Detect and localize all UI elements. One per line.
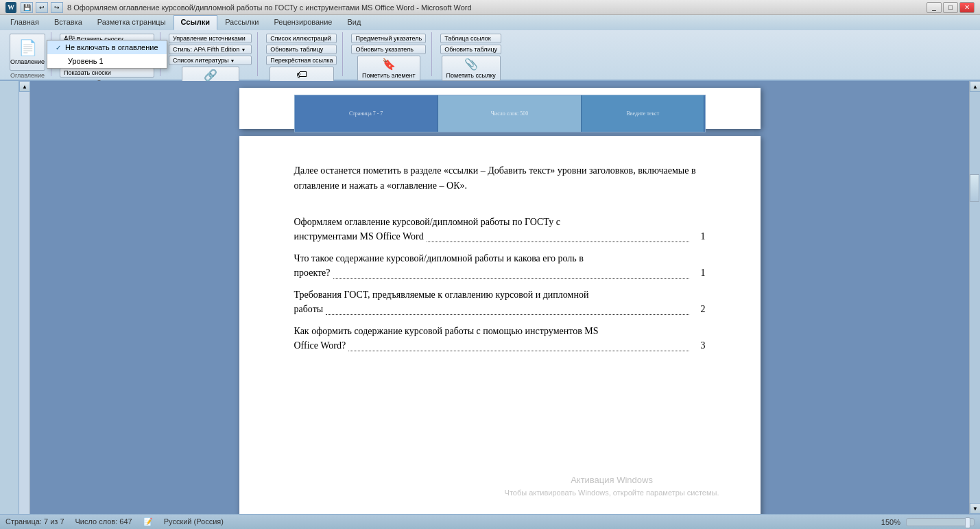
header-seg-1: Страница 7 - 7 xyxy=(295,95,438,132)
toc-text-3b: работы xyxy=(294,302,324,316)
document-pages[interactable]: Страница 7 - 7 Число слов: 500 Введите т… xyxy=(30,81,969,514)
zoom-slider[interactable] xyxy=(906,518,975,526)
document-area: ▲ Страница 7 - 7 Число слов: 500 Введите… xyxy=(0,81,980,514)
tab-vid[interactable]: Вид xyxy=(339,15,368,30)
page-info: Страница: 7 из 7 xyxy=(5,517,64,526)
toc-dots-2 xyxy=(333,263,689,279)
upravlenie-label: Управление источниками xyxy=(173,35,246,42)
perekr-label: Перекрёстная ссылка xyxy=(270,57,333,64)
minimize-btn[interactable]: _ xyxy=(927,2,942,13)
spell-icon: 📝 xyxy=(143,517,153,526)
dropdown-item-ne-vkl[interactable]: ✓ Не включать в оглавление xyxy=(47,40,167,54)
ribbon-tabs: Главная Вставка Разметка страницы Ссылки… xyxy=(0,15,980,30)
tab-rassylki[interactable]: Рассылки xyxy=(217,15,266,30)
pokazat-snoski-btn[interactable]: Показать сноски xyxy=(60,68,154,78)
status-bar: Страница: 7 из 7 Число слов: 647 📝 Русск… xyxy=(0,514,980,529)
ssylki-buttons: Управление источниками Стиль: APA Fifth … xyxy=(169,34,252,65)
header-seg-3: Введите текст xyxy=(582,95,704,132)
scroll-up-right-btn[interactable]: ▲ xyxy=(970,81,980,92)
toc-page-3: 2 xyxy=(692,302,706,316)
zoom-level: 150% xyxy=(881,518,900,526)
toc-entry-1: Оформляем оглавление курсовой/дипломной … xyxy=(294,215,706,244)
oglavlenie-icon: 📄 xyxy=(19,39,37,57)
pometit-ssylku-btn[interactable]: 📎 Пометить ссылку xyxy=(442,56,501,81)
close-btn[interactable]: ✕ xyxy=(959,2,975,13)
toc-entry-3: Требования ГОСТ, предъявляемые к оглавле… xyxy=(294,287,706,317)
status-left: Страница: 7 из 7 Число слов: 647 📝 Русск… xyxy=(5,517,224,526)
header-seg-2: Число слов: 500 xyxy=(438,95,582,132)
toc-page-1: 1 xyxy=(692,229,706,244)
tab-razmetka[interactable]: Разметка страницы xyxy=(90,15,174,30)
dropdown-item-level1[interactable]: Уровень 1 xyxy=(47,54,167,68)
redo-btn[interactable]: ↪ xyxy=(51,2,63,13)
window-title: 8 Оформляем оглавление курсовой/дипломно… xyxy=(67,3,472,12)
spisok-lit-label: Список литературы xyxy=(173,57,229,64)
right-scrollbar[interactable]: ▲ ▼ xyxy=(969,81,980,514)
stil-chevron-icon: ▼ xyxy=(241,47,246,52)
stil-btn[interactable]: Стиль: APA Fifth Edition ▼ xyxy=(169,45,252,54)
oglavlenie-label: Оглавление xyxy=(10,58,45,65)
toc-dots-4 xyxy=(348,336,689,351)
tab-recenz[interactable]: Рецензирование xyxy=(267,15,340,30)
scroll-up-btn[interactable]: ▲ xyxy=(19,81,30,92)
obnovit-ukazatel-label: Обновить указатель xyxy=(355,46,413,53)
toc-text-2b: проекте? xyxy=(294,266,331,280)
tab-glavnaya[interactable]: Главная xyxy=(3,15,47,30)
stil-label: Стиль: APA Fifth Edition xyxy=(173,46,239,53)
nazvanie-buttons: Список иллюстраций Обновить таблицу Пере… xyxy=(266,34,337,65)
tabl-ssylok-btn[interactable]: Таблица ссылок xyxy=(440,34,501,43)
obnovit-tabl-label: Обновить таблицу xyxy=(270,46,323,53)
illust-label: Список иллюстраций xyxy=(270,35,331,42)
group-tabl-ssylok: Таблица ссылок Обновить таблицу 📎 Помети… xyxy=(435,32,507,76)
toc-text-1b: инструментами MS Office Word xyxy=(294,229,424,244)
pokazat-label: Показать сноски xyxy=(64,69,111,76)
undo-btn[interactable]: ↩ xyxy=(36,2,48,13)
toc-page-4: 3 xyxy=(692,338,706,353)
obnovit-tabl2-btn[interactable]: Обновить таблицу xyxy=(440,45,501,54)
pometit-ssylku-wrapper: 📎 Пометить ссылку xyxy=(442,56,501,81)
table-of-contents: Оформляем оглавление курсовой/дипломной … xyxy=(294,215,706,353)
oglavlenie-buttons: 📄 Оглавление xyxy=(10,34,45,71)
predm-label: Предметный указатель xyxy=(355,35,422,42)
status-right: 150% xyxy=(881,518,975,526)
group-ssylki-spiski: Управление источниками Стиль: APA Fifth … xyxy=(163,32,258,76)
zoom-thumb[interactable] xyxy=(965,517,970,528)
lang-info: Русский (Россия) xyxy=(164,517,224,526)
scroll-track xyxy=(970,92,980,503)
tab-vstavka[interactable]: Вставка xyxy=(47,15,90,30)
ssylka-icon: 📎 xyxy=(464,58,478,71)
group-nazvanie: Список иллюстраций Обновить таблицу Пере… xyxy=(261,32,343,76)
vstavit-ssylku-icon: 🔗 xyxy=(204,69,217,82)
tabl-ssylok-label: Таблица ссылок xyxy=(444,35,491,42)
pometit-element-wrapper: 🔖 Пометить элемент xyxy=(357,56,420,81)
upravlenie-btn[interactable]: Управление источниками xyxy=(169,34,252,43)
scroll-down-right-btn[interactable]: ▼ xyxy=(970,503,980,514)
oglavlenie-btn[interactable]: 📄 Оглавление xyxy=(10,34,45,71)
predm-ukazatel-btn[interactable]: Предметный указатель xyxy=(351,34,426,43)
maximize-btn[interactable]: □ xyxy=(943,2,958,13)
toc-dots-3 xyxy=(326,300,689,315)
perekr-ssylka-btn[interactable]: Перекрёстная ссылка xyxy=(266,56,337,65)
scroll-thumb[interactable] xyxy=(970,174,979,202)
toc-text-4b: Office Word? xyxy=(294,338,346,353)
pometit-element-btn[interactable]: 🔖 Пометить элемент xyxy=(357,56,420,81)
toc-entry-2: Что такое содержание курсовой/дипломной … xyxy=(294,251,706,281)
toc-dots-1 xyxy=(427,227,689,242)
title-bar-left: W 💾 ↩ ↪ 8 Оформляем оглавление курсовой/… xyxy=(5,2,472,13)
nazvanie-icon: 🏷 xyxy=(296,69,307,81)
tab-ssylki[interactable]: Ссылки xyxy=(174,15,218,30)
add-text-dropdown: ✓ Не включать в оглавление Уровень 1 xyxy=(47,40,167,69)
left-ruler xyxy=(0,81,19,514)
scroll-track-left: ▲ xyxy=(19,81,30,514)
save-quick-btn[interactable]: 💾 xyxy=(21,2,33,13)
spisok-illust-btn[interactable]: Список иллюстраций xyxy=(266,34,337,43)
obnovit-tabl-btn[interactable]: Обновить таблицу xyxy=(266,45,337,54)
toc-page-2: 1 xyxy=(692,266,706,280)
obnovit-ukazatel-btn[interactable]: Обновить указатель xyxy=(351,45,426,54)
watermark-line2: Чтобы активировать Windows, откройте пар… xyxy=(505,487,719,499)
group-oglavlenie: 📄 Оглавление Оглавление xyxy=(4,32,51,76)
pometit-icon: 🔖 xyxy=(382,58,396,71)
spisok-lit-btn[interactable]: Список литературы ▼ xyxy=(169,56,252,65)
watermark: Активация Windows Чтобы активировать Win… xyxy=(505,473,719,499)
lit-chevron-icon: ▼ xyxy=(230,58,235,63)
